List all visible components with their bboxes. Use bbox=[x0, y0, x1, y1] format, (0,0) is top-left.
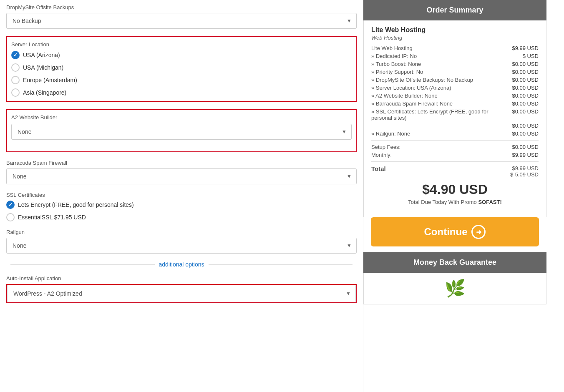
line-item-2: » Turbo Boost: None $0.00 USD bbox=[371, 61, 539, 67]
auto-install-select[interactable]: WordPress - A2 Optimized None Joomla Dru… bbox=[7, 285, 356, 302]
radio-label-usa-michigan: USA (Michigan) bbox=[23, 64, 63, 71]
auto-install-section: Auto-Install Application WordPress - A2 … bbox=[6, 275, 357, 303]
line-item-3-price: $0.00 USD bbox=[512, 69, 539, 75]
radio-europe-amsterdam[interactable]: Europe (Amsterdam) bbox=[11, 76, 352, 84]
line-item-7: » Barracuda Spam Firewall: None $0.00 US… bbox=[371, 101, 539, 107]
continue-label: Continue bbox=[424, 226, 468, 238]
radio-label-asia-singapore: Asia (Singapore) bbox=[23, 89, 66, 96]
railgun-dropdown-wrapper: None Enabled ▼ bbox=[6, 238, 357, 254]
line-item-4-label: » DropMySite Offsite Backups: No Backup bbox=[371, 77, 512, 83]
website-builder-label: A2 Website Builder bbox=[11, 114, 352, 121]
railgun-section: Railgun None Enabled ▼ bbox=[6, 229, 357, 254]
additional-options-label: additional options bbox=[159, 261, 204, 268]
promo-code: SOFAST! bbox=[478, 199, 501, 205]
line-item-ssl-price-value: $0.00 USD bbox=[512, 123, 539, 129]
line-item-1-label: » Dedicated IP: No bbox=[371, 53, 523, 59]
radio-usa-michigan[interactable]: USA (Michigan) bbox=[11, 63, 352, 72]
ssl-label: SSL Certificates bbox=[6, 192, 357, 198]
line-item-4: » DropMySite Offsite Backups: No Backup … bbox=[371, 77, 539, 83]
right-panel: Order Summary Lite Web Hosting Web Hosti… bbox=[363, 0, 546, 392]
big-price: $4.90 USD bbox=[371, 182, 539, 197]
ssl-essential[interactable]: EssentialSSL $71.95 USD bbox=[6, 213, 357, 221]
line-item-0: Lite Web Hosting $9.99 USD bbox=[371, 45, 539, 51]
order-summary-header: Order Summary bbox=[363, 0, 546, 20]
server-location-section: Server Location USA (Arizona) USA (Michi… bbox=[6, 36, 357, 102]
divider-2 bbox=[371, 161, 539, 162]
spam-firewall-select[interactable]: None Basic Pro bbox=[6, 168, 357, 184]
dropmysite-label: DropMySite Offsite Backups bbox=[6, 4, 357, 10]
radio-custom-lets-encrypt bbox=[6, 201, 15, 209]
ssl-lets-encrypt[interactable]: Lets Encrypt (FREE, good for personal si… bbox=[6, 201, 357, 209]
total-row: Total $9.99 USD $-5.09 USD bbox=[371, 165, 539, 178]
radio-label-usa-arizona: USA (Arizona) bbox=[23, 52, 60, 58]
ssl-essential-label: EssentialSSL $71.95 USD bbox=[18, 214, 86, 221]
line-item-railgun: » Railgun: None $0.00 USD bbox=[371, 131, 539, 137]
website-builder-select[interactable]: None Basic Pro bbox=[11, 124, 352, 140]
line-item-1: » Dedicated IP: No $ USD bbox=[371, 53, 539, 59]
line-item-8: » SSL Certificates: Lets Encrypt (FREE, … bbox=[371, 108, 539, 121]
ssl-radio-group: Lets Encrypt (FREE, good for personal si… bbox=[6, 201, 357, 221]
total-amounts: $9.99 USD $-5.09 USD bbox=[510, 165, 539, 178]
dropmysite-select[interactable]: No Backup Daily Backup Weekly Backup bbox=[6, 13, 357, 29]
plant-icon: 🌿 bbox=[445, 279, 466, 298]
money-back-header: Money Back Guarantee bbox=[363, 252, 546, 273]
auto-install-red-border: WordPress - A2 Optimized None Joomla Dru… bbox=[6, 284, 357, 303]
line-item-7-label: » Barracuda Spam Firewall: None bbox=[371, 101, 512, 107]
website-builder-dropdown-wrapper: None Basic Pro ▼ bbox=[11, 124, 352, 140]
line-item-2-price: $0.00 USD bbox=[512, 61, 539, 67]
server-location-label: Server Location bbox=[11, 41, 352, 48]
dropmysite-section: DropMySite Offsite Backups No Backup Dai… bbox=[6, 4, 357, 29]
line-item-5-label: » Server Location: USA (Arizona) bbox=[371, 85, 512, 91]
monthly-label: Monthly: bbox=[371, 152, 512, 158]
line-item-ssl-price-label bbox=[371, 123, 512, 129]
radio-label-europe-amsterdam: Europe (Amsterdam) bbox=[23, 77, 77, 83]
line-item-5-price: $0.00 USD bbox=[512, 85, 539, 91]
order-summary-body: Lite Web Hosting Web Hosting Lite Web Ho… bbox=[363, 20, 546, 217]
radio-custom-usa-michigan bbox=[11, 63, 20, 72]
money-back-body: 🌿 bbox=[363, 273, 546, 304]
line-item-7-price: $0.00 USD bbox=[512, 101, 539, 107]
line-item-6: » A2 Website Builder: None $0.00 USD bbox=[371, 93, 539, 99]
radio-custom-asia-singapore bbox=[11, 88, 20, 97]
line-item-0-label: Lite Web Hosting bbox=[371, 45, 512, 51]
continue-button[interactable]: Continue ➜ bbox=[371, 217, 539, 246]
order-summary-title: Order Summary bbox=[426, 6, 483, 14]
line-item-railgun-price: $0.00 USD bbox=[512, 131, 539, 137]
line-item-2-label: » Turbo Boost: None bbox=[371, 61, 512, 67]
setup-fees-label: Setup Fees: bbox=[371, 144, 512, 150]
setup-fees-value: $0.00 USD bbox=[512, 144, 539, 150]
line-item-6-price: $0.00 USD bbox=[512, 93, 539, 99]
additional-options[interactable]: additional options bbox=[6, 261, 357, 268]
railgun-select[interactable]: None Enabled bbox=[6, 238, 357, 254]
setup-fees-row: Setup Fees: $0.00 USD bbox=[371, 144, 539, 150]
monthly-row: Monthly: $9.99 USD bbox=[371, 152, 539, 158]
continue-arrow-icon: ➜ bbox=[471, 225, 486, 239]
radio-usa-arizona[interactable]: USA (Arizona) bbox=[11, 51, 352, 59]
line-item-railgun-label: » Railgun: None bbox=[371, 131, 512, 137]
monthly-value: $9.99 USD bbox=[512, 152, 539, 158]
auto-install-dropdown-wrapper: WordPress - A2 Optimized None Joomla Dru… bbox=[7, 285, 356, 302]
radio-asia-singapore[interactable]: Asia (Singapore) bbox=[11, 88, 352, 97]
railgun-label: Railgun bbox=[6, 229, 357, 235]
server-location-radio-group: USA (Arizona) USA (Michigan) Europe (Ams… bbox=[11, 51, 352, 97]
total-value-1: $9.99 USD bbox=[510, 165, 539, 171]
total-value-2: $-5.09 USD bbox=[510, 171, 539, 178]
line-item-3-label: » Priority Support: No bbox=[371, 69, 512, 75]
line-item-5: » Server Location: USA (Arizona) $0.00 U… bbox=[371, 85, 539, 91]
ssl-section: SSL Certificates Lets Encrypt (FREE, goo… bbox=[6, 192, 357, 221]
line-item-1-price: $ USD bbox=[523, 53, 539, 59]
radio-custom-europe-amsterdam bbox=[11, 76, 20, 84]
promo-text: Total Due Today With Promo SOFAST! bbox=[371, 199, 539, 205]
line-item-3: » Priority Support: No $0.00 USD bbox=[371, 69, 539, 75]
spam-firewall-dropdown-wrapper: None Basic Pro ▼ bbox=[6, 168, 357, 184]
spam-firewall-section: Barracuda Spam Firewall None Basic Pro ▼ bbox=[6, 160, 357, 184]
ssl-lets-encrypt-label: Lets Encrypt (FREE, good for personal si… bbox=[18, 201, 134, 208]
divider-1 bbox=[371, 140, 539, 141]
line-item-8-price: $0.00 USD bbox=[512, 108, 539, 121]
line-item-8-label: » SSL Certificates: Lets Encrypt (FREE, … bbox=[371, 108, 512, 121]
left-panel: DropMySite Offsite Backups No Backup Dai… bbox=[0, 0, 363, 392]
line-item-4-price: $0.00 USD bbox=[512, 77, 539, 83]
line-item-6-label: » A2 Website Builder: None bbox=[371, 93, 512, 99]
total-label: Total bbox=[371, 165, 510, 178]
product-name: Lite Web Hosting bbox=[371, 26, 539, 34]
